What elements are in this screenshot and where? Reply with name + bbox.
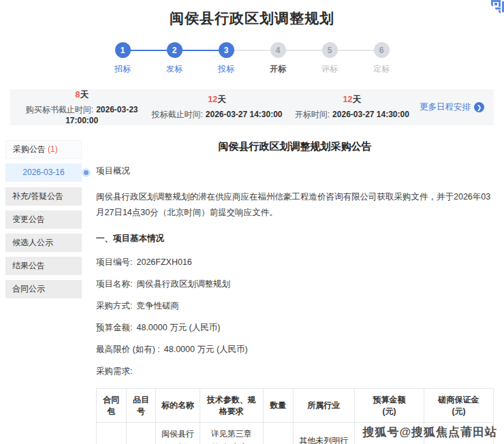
col-header-deposit: 磋商保证金 (元) xyxy=(424,389,493,423)
sidebar-item-label: 候选人公示 xyxy=(12,238,53,247)
step-5-label: 评标 xyxy=(321,63,338,75)
field-project-number: 项目编号:2026FZXH016 xyxy=(96,257,494,268)
field-label: 项目名称: xyxy=(96,279,132,289)
step-fabiao: 2 发标 xyxy=(148,42,200,75)
step-3-circle: 3 xyxy=(219,42,234,58)
step-5-circle: 5 xyxy=(322,42,338,58)
step-kaibiao: 4 开标 xyxy=(252,42,304,75)
sidebar-item-label: 补充/答疑公告 xyxy=(12,191,63,201)
field-value: 竞争性磋商 xyxy=(136,301,179,311)
deadline-label: 投标截止时间: xyxy=(151,110,202,119)
sidebar-item-label: 合同公示 xyxy=(12,284,45,294)
announcement-date: 2026-03-16 xyxy=(22,168,64,177)
field-label: 采购需求: xyxy=(96,366,132,376)
overview-heading: 项目概况 xyxy=(96,163,494,179)
field-label: 项目编号: xyxy=(96,257,132,267)
step-1-circle: 1 xyxy=(115,42,131,58)
field-label: 预算金额: xyxy=(96,323,132,332)
days-unit: 天 xyxy=(80,90,89,99)
field-value: 闽侯县行政区划调整规划 xyxy=(136,279,230,289)
schedule-item-open-time: 12天 开标时间:2026-03-27 14:30:00 xyxy=(285,94,420,121)
field-label: 采购方式: xyxy=(96,301,132,311)
step-4-label: 开标 xyxy=(270,63,286,75)
field-purchase-demand: 采购需求: xyxy=(96,366,494,377)
col-header-budget: 预算金额 (元) xyxy=(354,389,424,423)
sidebar-item-change-announcement[interactable]: 变更公告 xyxy=(5,210,82,229)
cell-subject-name: 闽侯县行政区划调整规划 xyxy=(156,423,200,444)
step-dingbiao: 6 定标 xyxy=(356,42,407,75)
page-title: 闽侯县行政区划调整规划 xyxy=(0,0,504,28)
deadline-label: 开标时间: xyxy=(295,110,330,119)
step-6-label: 定标 xyxy=(373,63,390,75)
table-header-row: 合同包 品目号 标的名称 技术参数、规格要求 数量 所属行业 预算金额 (元) … xyxy=(97,389,494,423)
sidebar-item-label: 结果公告 xyxy=(12,261,45,270)
cell-quantity: 1项 xyxy=(263,423,293,444)
cell-contract-package: 1 xyxy=(97,423,127,444)
step-3-label: 投标 xyxy=(218,63,234,75)
overview-text: 闽侯县行政区划调整规划的潜在供应商应在福州信豪工程造价咨询有限公司获取采购文件，… xyxy=(96,189,494,221)
sidebar-item-purchase-announcement[interactable]: 采购公告(1) xyxy=(5,140,82,159)
cell-industry: 其他未列明行业 xyxy=(293,423,354,444)
schedule-item-purchase-deadline: 8天 购买标书截止时间:2026-03-23 17:00:00 xyxy=(14,89,149,125)
deadline-time: 2026-03-27 14:30:00 xyxy=(206,110,283,119)
days-remaining: 12天 xyxy=(149,94,284,106)
field-project-name: 项目名称:闽侯县行政区划调整规划 xyxy=(96,279,494,290)
qr-code-corner-icon[interactable] xyxy=(486,0,504,15)
step-2-label: 发标 xyxy=(166,63,183,75)
sidebar-item-label: 变更公告 xyxy=(12,215,45,224)
days-number: 12 xyxy=(208,95,217,104)
col-header-tech-spec: 技术参数、规格要求 xyxy=(200,389,263,423)
section1-heading: 一、项目基本情况 xyxy=(96,231,494,247)
sidebar-item-candidate-publicity[interactable]: 候选人公示 xyxy=(5,234,82,252)
more-schedule-link[interactable]: 更多日程安排 ❯ xyxy=(420,101,484,113)
field-value: 2026FZXH016 xyxy=(136,257,191,267)
sidebar-item-result-announcement[interactable]: 结果公告 xyxy=(5,257,82,275)
cell-item-number: 1-1 xyxy=(126,423,156,444)
sidebar-item-label: 采购公告 xyxy=(13,144,46,154)
days-remaining: 12天 xyxy=(285,94,420,106)
cell-tech-spec: 详见第三章《招标内容及要求》 xyxy=(200,423,263,444)
field-purchase-method: 采购方式:竞争性磋商 xyxy=(96,300,494,312)
field-value: 48.0000 万元 (人民币) xyxy=(164,345,248,354)
watermark: 搜狐号@搜狐焦点莆田站 xyxy=(362,424,497,440)
days-remaining: 8天 xyxy=(14,89,149,101)
deadline-time: 2026-03-27 14:30:00 xyxy=(332,110,409,119)
step-zhaobiao: 1 招标 xyxy=(97,42,148,75)
step-6-circle: 6 xyxy=(374,42,390,58)
sidebar-item-supplement-announcement[interactable]: 补充/答疑公告 xyxy=(5,187,82,206)
progress-stepper: 1 招标 2 发标 3 投标 4 开标 5 评标 6 定标 xyxy=(0,42,504,75)
sidebar-item-contract-publicity[interactable]: 合同公示 xyxy=(5,280,82,298)
field-budget-amount: 预算金额:48.0000 万元 (人民币) xyxy=(96,322,494,334)
announcement-sidebar: 采购公告(1) 2026-03-16 补充/答疑公告 变更公告 候选人公示 结果… xyxy=(5,140,82,444)
timeline-dot-icon xyxy=(84,170,89,175)
col-header-subject-name: 标的名称 xyxy=(156,389,200,423)
more-schedule-label: 更多日程安排 xyxy=(420,101,471,113)
field-value: 48.0000 万元 (人民币) xyxy=(136,323,220,332)
announcement-title: 闽侯县行政区划调整规划采购公告 xyxy=(96,140,494,153)
step-2-circle: 2 xyxy=(167,42,183,58)
step-1-label: 招标 xyxy=(114,63,131,75)
col-header-item-number: 品目号 xyxy=(126,389,156,423)
col-header-contract-package: 合同包 xyxy=(97,389,127,423)
col-header-industry: 所属行业 xyxy=(293,389,354,423)
step-toubiao: 3 投标 xyxy=(200,42,252,75)
field-max-price: 最高限价 (如有) :48.0000 万元 (人民币) xyxy=(96,344,494,355)
chevron-right-circle-icon: ❯ xyxy=(474,102,484,112)
step-4-circle: 4 xyxy=(270,42,286,58)
step-pingbiao: 5 评标 xyxy=(304,42,356,75)
col-header-quantity: 数量 xyxy=(263,389,293,423)
announcement-content: 闽侯县行政区划调整规划采购公告 项目概况 闽侯县行政区划调整规划的潜在供应商应在… xyxy=(96,140,494,444)
field-label: 最高限价 (如有) : xyxy=(96,345,160,354)
announcement-count-badge: (1) xyxy=(48,144,58,154)
schedule-bar: 8天 购买标书截止时间:2026-03-23 17:00:00 12天 投标截止… xyxy=(10,89,494,125)
days-unit: 天 xyxy=(217,95,226,104)
schedule-item-bid-deadline: 12天 投标截止时间:2026-03-27 14:30:00 xyxy=(149,94,284,121)
sidebar-item-date[interactable]: 2026-03-16 xyxy=(5,163,82,182)
deadline-label: 购买标书截止时间: xyxy=(26,105,93,114)
days-unit: 天 xyxy=(353,95,362,104)
days-number: 12 xyxy=(343,95,353,104)
